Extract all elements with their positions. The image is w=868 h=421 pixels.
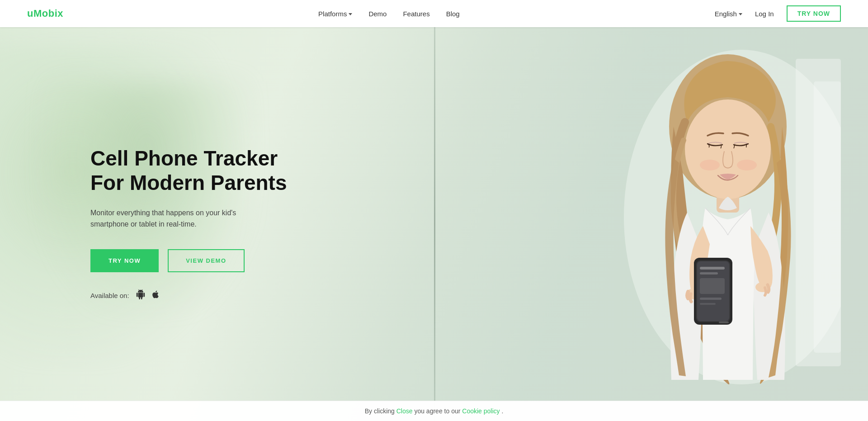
svg-rect-10 xyxy=(700,267,725,270)
try-now-button-nav[interactable]: TRY NOW xyxy=(787,5,841,22)
svg-rect-15 xyxy=(719,322,729,323)
logo[interactable]: uMobix xyxy=(27,8,63,19)
view-demo-button-hero[interactable]: VIEW DEMO xyxy=(168,249,244,272)
login-link[interactable]: Log In xyxy=(755,10,774,18)
svg-rect-12 xyxy=(700,278,725,294)
hero-woman-image xyxy=(606,36,841,421)
language-selector[interactable]: English xyxy=(715,10,742,18)
android-icon xyxy=(136,289,146,302)
apple-icon xyxy=(151,289,160,302)
hero-section: Cell Phone Tracker For Modern Parents Mo… xyxy=(0,27,868,421)
chevron-down-icon xyxy=(739,13,742,15)
svg-rect-14 xyxy=(700,303,716,305)
hero-subtitle: Monitor everything that happens on your … xyxy=(90,207,271,230)
cookie-bar: By clicking Close you agree to our Cooki… xyxy=(0,401,868,421)
available-on-row: Available on: xyxy=(90,289,307,302)
svg-point-4 xyxy=(700,160,720,170)
hero-right-panel xyxy=(364,27,868,421)
nav-item-platforms[interactable]: Platforms xyxy=(318,10,352,18)
svg-rect-18 xyxy=(814,81,841,353)
svg-rect-13 xyxy=(700,298,722,300)
nav-links: Platforms Demo Features Blog xyxy=(318,10,460,18)
svg-point-5 xyxy=(737,160,757,170)
navbar: uMobix Platforms Demo Features Blog Engl… xyxy=(0,0,868,27)
svg-point-3 xyxy=(685,99,771,199)
cookie-prefix: By clicking xyxy=(365,407,395,415)
try-now-button-hero[interactable]: TRY NOW xyxy=(90,249,159,272)
chevron-down-icon xyxy=(349,13,352,15)
hero-buttons: TRY NOW VIEW DEMO xyxy=(90,249,307,272)
platform-icons xyxy=(136,289,160,302)
hero-title: Cell Phone Tracker For Modern Parents xyxy=(90,146,307,195)
svg-rect-11 xyxy=(700,272,718,274)
nav-right: English Log In TRY NOW xyxy=(715,5,841,22)
nav-item-features[interactable]: Features xyxy=(403,10,429,18)
nav-item-demo[interactable]: Demo xyxy=(368,10,387,18)
available-on-label: Available on: xyxy=(90,292,129,299)
nav-item-blog[interactable]: Blog xyxy=(446,10,460,18)
cookie-policy-link[interactable]: Cookie policy xyxy=(462,407,500,415)
woman-svg xyxy=(615,36,841,389)
cookie-middle: you agree to our xyxy=(414,407,460,415)
hero-content: Cell Phone Tracker For Modern Parents Mo… xyxy=(0,146,307,302)
cookie-suffix: . xyxy=(501,407,503,415)
cookie-close-link[interactable]: Close xyxy=(396,407,413,415)
